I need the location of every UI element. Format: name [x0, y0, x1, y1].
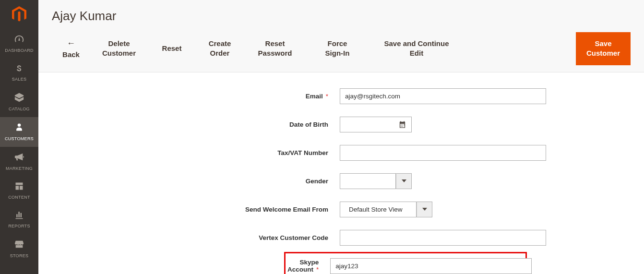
page-header: Ajay Kumar ← Back DeleteCustomer Reset C… [38, 0, 644, 72]
save-continue-button[interactable]: Save and ContinueEdit [369, 39, 465, 59]
admin-sidebar: DASHBOARD SALES CATALOG CUSTOMERS MARKET… [0, 0, 38, 274]
vertex-input[interactable] [340, 230, 546, 246]
actions-toolbar: ← Back DeleteCustomer Reset CreateOrder … [52, 32, 631, 72]
field-dob: Date of Birth [38, 110, 644, 139]
megaphone-icon [14, 152, 24, 164]
reset-password-button[interactable]: ResetPassword [244, 39, 306, 59]
skype-label: Skype Account* [286, 259, 330, 273]
layout-icon [14, 181, 24, 193]
field-taxvat: Tax/VAT Number [38, 139, 644, 167]
send-welcome-select[interactable]: Default Store View [340, 202, 432, 217]
nav-label: STORES [10, 253, 29, 258]
nav-catalog[interactable]: CATALOG [0, 87, 38, 117]
dashboard-icon [14, 34, 24, 46]
nav-label: CONTENT [8, 195, 30, 200]
magento-logo[interactable] [0, 0, 38, 29]
dob-input[interactable] [340, 117, 412, 132]
person-icon [14, 122, 24, 134]
nav-label: MARKETING [6, 166, 33, 171]
nav-label: CATALOG [9, 107, 30, 111]
field-skype-highlighted: Skype Account* [284, 252, 527, 274]
arrow-left-icon: ← [59, 37, 83, 49]
taxvat-input[interactable] [340, 145, 546, 161]
send-welcome-value: Default Store View [340, 202, 417, 217]
send-welcome-label: Send Welcome Email From [38, 206, 340, 213]
caret-down-icon [396, 173, 412, 189]
gender-select[interactable] [340, 173, 412, 189]
save-customer-button[interactable]: SaveCustomer [576, 32, 631, 65]
reset-button[interactable]: Reset [148, 44, 196, 53]
email-label: Email* [38, 93, 340, 100]
caret-down-icon [417, 202, 432, 217]
dollar-icon [14, 63, 24, 75]
calendar-icon [398, 120, 406, 129]
nav-reports[interactable]: REPORTS [0, 205, 38, 234]
store-icon [14, 239, 24, 251]
nav-label: SALES [12, 77, 27, 82]
chart-icon [14, 210, 24, 222]
nav-customers[interactable]: CUSTOMERS [0, 117, 38, 147]
email-input[interactable] [340, 88, 546, 104]
gender-label: Gender [38, 178, 340, 185]
main-content: Ajay Kumar ← Back DeleteCustomer Reset C… [38, 0, 644, 274]
create-order-button[interactable]: CreateOrder [196, 39, 244, 59]
nav-stores[interactable]: STORES [0, 234, 38, 264]
nav-dashboard[interactable]: DASHBOARD [0, 29, 38, 59]
customer-form: Email* Date of Birth Tax/VAT Number Gend… [38, 72, 644, 274]
vertex-label: Vertex Customer Code [38, 234, 340, 241]
nav-sales[interactable]: SALES [0, 59, 38, 87]
gender-value [340, 173, 396, 189]
field-send-welcome: Send Welcome Email From Default Store Vi… [38, 195, 644, 224]
nav-label: CUSTOMERS [5, 136, 34, 141]
force-signin-button[interactable]: ForceSign-In [306, 39, 369, 59]
nav-label: DASHBOARD [5, 48, 34, 53]
taxvat-label: Tax/VAT Number [38, 149, 340, 156]
field-email: Email* [38, 82, 644, 110]
page-title: Ajay Kumar [52, 9, 631, 24]
back-label: Back [62, 50, 80, 59]
back-button[interactable]: ← Back [52, 37, 90, 60]
delete-customer-button[interactable]: DeleteCustomer [90, 39, 148, 59]
nav-content[interactable]: CONTENT [0, 177, 38, 205]
box-icon [14, 92, 24, 105]
field-vertex: Vertex Customer Code [38, 224, 644, 252]
field-gender: Gender [38, 167, 644, 195]
nav-marketing[interactable]: MARKETING [0, 147, 38, 177]
skype-input[interactable] [330, 258, 532, 274]
dob-label: Date of Birth [38, 121, 340, 128]
nav-label: REPORTS [8, 224, 30, 228]
